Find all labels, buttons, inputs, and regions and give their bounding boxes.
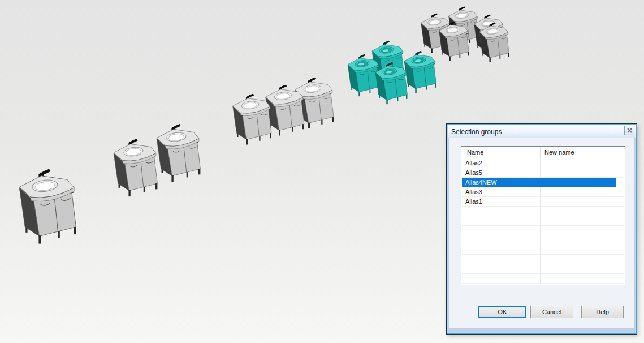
- table-cell: [462, 207, 541, 216]
- table-cell: Allas2: [462, 158, 541, 168]
- table-cell: [616, 178, 624, 187]
- table-cell: [616, 197, 624, 207]
- close-button[interactable]: [624, 126, 634, 135]
- table-cell: [462, 274, 541, 284]
- table-cell: [462, 245, 541, 255]
- table-row-Allas5[interactable]: Allas5: [462, 168, 624, 178]
- cancel-button[interactable]: Cancel: [530, 306, 573, 318]
- table-cell: [541, 216, 616, 226]
- table-row-empty[interactable]: [462, 207, 624, 216]
- table-cell: [616, 255, 624, 264]
- table-cell: [541, 264, 616, 274]
- table-row-Allas1[interactable]: Allas1: [462, 197, 624, 207]
- table-cell: [616, 187, 624, 197]
- table-row-empty[interactable]: [462, 235, 624, 245]
- table-cell: [616, 226, 624, 235]
- table-row-empty[interactable]: [462, 226, 624, 235]
- table-row-empty[interactable]: [462, 255, 624, 264]
- table-cell: Allas4NEW: [462, 178, 541, 187]
- table-cell: [616, 274, 624, 284]
- selection-groups-dialog: Selection groups Name New name Allas2All…: [446, 123, 637, 335]
- table-cell: [462, 264, 541, 274]
- table-cell: [616, 168, 624, 178]
- table-row-Allas4NEW[interactable]: Allas4NEW: [462, 178, 624, 187]
- table-cell: Allas3: [462, 187, 541, 197]
- table-cell: [541, 274, 616, 284]
- table-row-empty[interactable]: [462, 264, 624, 274]
- table-cell: [616, 245, 624, 255]
- table-header: Name New name: [462, 147, 624, 158]
- table-row-empty[interactable]: [462, 216, 624, 226]
- table-row-Allas3[interactable]: Allas3: [462, 187, 624, 197]
- table-cell: [616, 235, 624, 245]
- table-cell: [462, 226, 541, 235]
- table-cell: [541, 245, 616, 255]
- ok-button[interactable]: OK: [478, 306, 526, 318]
- table-cell: [541, 168, 616, 178]
- table-cell: [541, 207, 616, 216]
- table-cell: [541, 197, 616, 207]
- dialog-titlebar[interactable]: Selection groups: [448, 125, 636, 138]
- table-cell: Allas5: [462, 168, 541, 178]
- table-cell: [616, 264, 624, 274]
- column-header-name[interactable]: Name: [462, 147, 541, 158]
- table-cell: [541, 255, 616, 264]
- close-icon: [627, 128, 632, 133]
- table-row-Allas2[interactable]: Allas2: [462, 158, 624, 168]
- table-cell: [541, 187, 616, 197]
- cabinet-Allas3[interactable]: [233, 94, 271, 145]
- groups-table: Name New name Allas2Allas5Allas4NEWAllas…: [461, 146, 625, 285]
- table-row-empty[interactable]: [462, 245, 624, 255]
- application-window: Selection groups Name New name Allas2All…: [0, 0, 644, 343]
- column-header-spacer: [616, 147, 624, 158]
- help-button[interactable]: Help: [581, 306, 624, 318]
- column-header-new-name[interactable]: New name: [541, 147, 616, 158]
- cabinet-Allas3[interactable]: [266, 85, 304, 136]
- cabinet-Allas1[interactable]: [19, 169, 76, 244]
- groups-table-body: Allas2Allas5Allas4NEWAllas3Allas1: [462, 158, 624, 284]
- table-cell: [462, 255, 541, 264]
- cabinet-Allas2[interactable]: [157, 124, 200, 182]
- table-cell: [541, 158, 616, 168]
- table-cell: [541, 178, 616, 187]
- cabinet-Allas4NEW[interactable]: [348, 54, 379, 96]
- table-cell: [616, 158, 624, 168]
- dialog-content: Name New name Allas2Allas5Allas4NEWAllas…: [449, 138, 634, 328]
- table-cell: [616, 207, 624, 216]
- table-cell: [541, 235, 616, 245]
- table-cell: [616, 216, 624, 226]
- dialog-title: Selection groups: [448, 128, 502, 136]
- table-cell: Allas1: [462, 197, 541, 207]
- table-row-empty[interactable]: [462, 274, 624, 284]
- cabinet-Allas2[interactable]: [114, 139, 157, 196]
- table-cell: [462, 216, 541, 226]
- cabinet-Allas4NEW[interactable]: [404, 51, 436, 93]
- table-cell: [541, 226, 616, 235]
- table-cell: [462, 235, 541, 245]
